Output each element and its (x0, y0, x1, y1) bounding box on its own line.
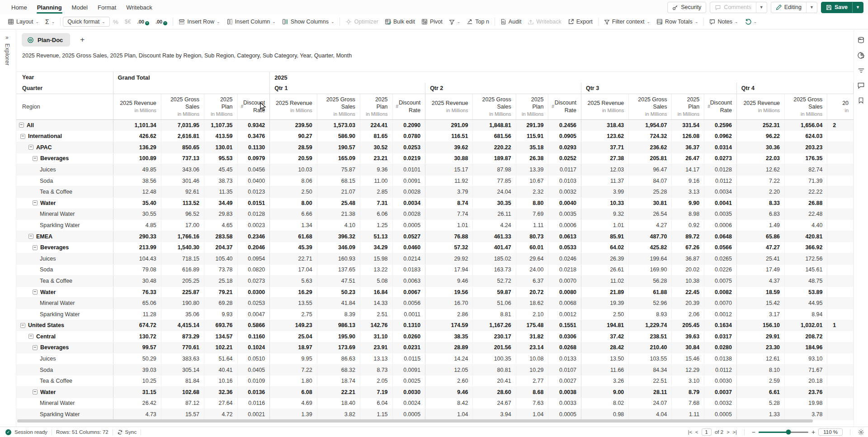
row-label-cell[interactable]: Water (16, 197, 113, 209)
data-cell[interactable]: 0.0021 (237, 409, 270, 420)
data-cell[interactable]: 69.28 (204, 298, 237, 309)
data-cell[interactable]: 1.34 (270, 220, 317, 231)
row-label-cell[interactable]: Water (16, 286, 113, 298)
data-cell[interactable]: 15.98 (360, 253, 392, 264)
collapse-toggle-icon[interactable] (33, 156, 38, 161)
data-cell[interactable]: 986.13 (317, 320, 360, 331)
data-cell[interactable]: 0.0246 (548, 253, 581, 264)
data-cell[interactable]: 37.42 (581, 331, 628, 342)
data-cell[interactable]: 87.98 (473, 164, 516, 176)
data-cell[interactable]: 100.89 (113, 153, 161, 164)
col-header-2025-plan[interactable]: 2025 Planin Millions (204, 94, 237, 119)
data-cell[interactable]: 10.25 (113, 375, 161, 387)
data-cell[interactable]: 184.96 (785, 342, 827, 353)
data-cell[interactable]: 30.81 (629, 197, 672, 209)
data-cell[interactable]: 291.09 (425, 119, 473, 131)
data-cell[interactable]: 318.43 (581, 119, 628, 131)
data-cell[interactable]: 7.31 (360, 197, 392, 209)
data-cell[interactable]: 29.83 (204, 209, 237, 220)
data-cell[interactable]: 204.37 (204, 242, 237, 253)
filter-button[interactable]: ⌄ (446, 17, 464, 27)
data-cell[interactable]: 0.2456 (548, 119, 581, 131)
data-cell[interactable]: 346.09 (317, 242, 360, 253)
data-cell[interactable]: 10.38 (672, 276, 704, 287)
save-dropdown[interactable]: ▼ (852, 2, 863, 13)
data-cell[interactable]: 149.23 (270, 320, 317, 331)
data-cell[interactable]: 17.94 (425, 264, 473, 276)
comments-panel-icon[interactable] (857, 82, 865, 89)
data-cell[interactable]: 3.78 (785, 409, 827, 420)
data-cell[interactable]: 22.51 (629, 375, 672, 387)
data-cell[interactable]: 1.04 (516, 409, 548, 420)
data-cell[interactable]: 24.04 (473, 186, 516, 198)
data-cell[interactable]: 61.88 (629, 286, 672, 298)
data-cell[interactable]: 4.10 (317, 220, 360, 231)
pivot-button[interactable]: Pivot (418, 17, 446, 27)
data-cell[interactable]: 29.92 (425, 253, 473, 264)
data-cell[interactable]: 134.57 (204, 331, 237, 342)
data-cell[interactable]: 0.5866 (237, 320, 270, 331)
data-cell[interactable]: 12.62 (736, 164, 784, 176)
row-label-cell[interactable]: Soda (16, 364, 113, 375)
data-cell[interactable]: 28.60 (473, 387, 516, 398)
col-header-2025-revenue[interactable]: 2025 Revenuein Millions (736, 94, 784, 119)
data-cell-clipped[interactable] (827, 353, 854, 365)
data-cell[interactable]: 190.57 (317, 142, 360, 153)
data-cell[interactable]: 0.0063 (392, 276, 425, 287)
col-header-2025-gross-sales[interactable]: 2025 Gross Salesin Millions (317, 94, 360, 119)
data-cell[interactable]: 27.64 (204, 398, 237, 409)
data-cell[interactable]: 22.22 (785, 186, 827, 198)
data-cell[interactable]: 12.48 (113, 186, 161, 198)
top-n-button[interactable]: Top n (463, 17, 492, 27)
collapse-toggle-icon[interactable] (28, 334, 33, 339)
data-cell[interactable]: 4.85 (113, 220, 161, 231)
data-cell[interactable]: 401.47 (473, 242, 516, 253)
data-cell[interactable]: 3.79 (425, 186, 473, 198)
data-cell[interactable]: 8.94 (785, 309, 827, 320)
data-cell[interactable]: 17.49 (736, 264, 784, 276)
data-cell[interactable]: 67.26 (672, 242, 704, 253)
data-cell[interactable]: 203.23 (785, 142, 827, 153)
data-cell-clipped[interactable] (827, 253, 854, 264)
notes-button[interactable]: Notes⌄ (706, 17, 741, 27)
data-cell[interactable]: 8.33 (736, 197, 784, 209)
data-cell[interactable]: 20.39 (672, 298, 704, 309)
data-cell[interactable]: 0.0005 (704, 409, 737, 420)
data-cell[interactable]: 25.04 (270, 331, 317, 342)
data-cell[interactable]: 1,101.34 (113, 119, 161, 131)
data-cell[interactable]: 2.59 (736, 375, 784, 387)
data-cell[interactable]: 224.41 (360, 119, 392, 131)
col-group-qtr-2[interactable]: Qtr 2 (425, 83, 581, 94)
data-cell[interactable]: 175.48 (516, 320, 548, 331)
data-cell[interactable]: 21.38 (317, 209, 360, 220)
data-cell[interactable]: 89.72 (672, 231, 704, 242)
data-cell[interactable]: 12.61 (736, 353, 784, 365)
data-cell[interactable]: 31.10 (360, 331, 392, 342)
data-cell[interactable]: 76.33 (113, 286, 161, 298)
data-cell-clipped[interactable] (827, 342, 854, 353)
data-cell[interactable]: 0.0566 (704, 242, 737, 253)
bookmark-panel-icon[interactable] (858, 97, 864, 104)
data-cell[interactable]: 8.02 (581, 398, 628, 409)
data-cell[interactable]: 0.0005 (392, 409, 425, 420)
data-cell[interactable]: 0.0151 (237, 197, 270, 209)
data-cell[interactable]: 194.81 (581, 320, 628, 331)
data-cell[interactable]: 1,167.26 (473, 320, 516, 331)
data-cell[interactable]: 100.35 (473, 353, 516, 365)
data-cell[interactable]: 1.11 (672, 409, 704, 420)
data-cell[interactable]: 165.09 (317, 153, 360, 164)
data-cell[interactable]: 301.46 (161, 175, 204, 186)
data-cell[interactable]: 25.28 (629, 186, 672, 198)
data-cell-clipped[interactable] (827, 264, 854, 276)
expand-explorer-button[interactable]: » (5, 34, 9, 41)
data-cell[interactable]: 0.0456 (237, 164, 270, 176)
col-header-discount-rate[interactable]: #Discount Rate (237, 94, 270, 119)
data-cell[interactable]: 396.32 (317, 231, 360, 242)
data-cell-clipped[interactable] (827, 242, 854, 253)
row-label-cell[interactable]: Tea & Coffee (16, 276, 113, 287)
data-cell[interactable]: 4.40 (785, 220, 827, 231)
data-cell[interactable]: 195.90 (317, 331, 360, 342)
data-cell[interactable]: 0.0400 (237, 175, 270, 186)
data-cell[interactable]: 0.0533 (548, 242, 581, 253)
data-cell[interactable]: 59.87 (473, 286, 516, 298)
